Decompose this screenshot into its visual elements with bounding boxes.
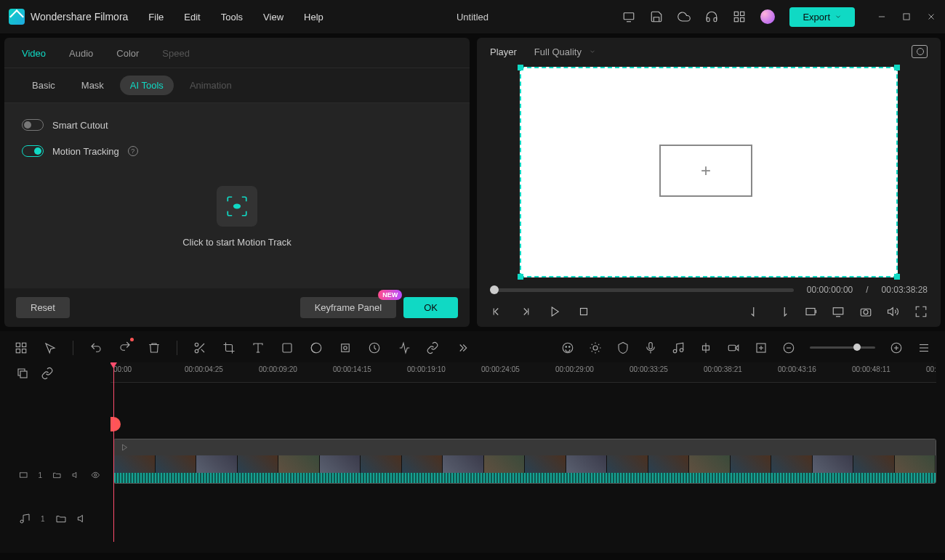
menu-file[interactable]: File xyxy=(148,12,164,23)
close-icon[interactable] xyxy=(926,12,936,22)
video-track-header[interactable]: 1 xyxy=(9,453,110,497)
audio-track-lane[interactable] xyxy=(113,490,936,519)
export-label: Export xyxy=(803,12,830,23)
visibility-icon[interactable] xyxy=(91,469,100,481)
cursor-icon[interactable] xyxy=(44,341,57,354)
smart-cutout-label: Smart Cutout xyxy=(52,120,108,131)
minimize-icon[interactable] xyxy=(877,12,887,22)
audio-mix-icon[interactable] xyxy=(672,341,685,354)
timeline-ruler[interactable]: 00:00 00:00:04:25 00:00:09:20 00:00:14:1… xyxy=(110,362,936,383)
layout-icon[interactable] xyxy=(15,341,28,354)
next-frame-icon[interactable] xyxy=(519,305,532,318)
play-icon[interactable] xyxy=(548,305,561,318)
frame-icon[interactable] xyxy=(281,341,294,354)
snapshot-icon[interactable] xyxy=(859,305,872,318)
list-view-icon[interactable] xyxy=(917,341,930,354)
device-icon[interactable] xyxy=(622,10,635,23)
menu-view[interactable]: View xyxy=(263,12,284,23)
redo-icon[interactable] xyxy=(118,340,132,353)
marker-icon[interactable] xyxy=(616,341,630,354)
speed-icon[interactable] xyxy=(368,341,381,354)
mute-icon[interactable] xyxy=(77,513,89,524)
enhance-icon[interactable] xyxy=(589,341,602,354)
volume-icon[interactable] xyxy=(887,305,900,318)
render-icon[interactable] xyxy=(755,341,768,354)
start-motion-track-button[interactable] xyxy=(217,186,257,227)
reset-button[interactable]: Reset xyxy=(16,297,70,318)
undo-icon[interactable] xyxy=(89,341,102,354)
clip-waveform xyxy=(114,473,936,483)
resize-handle-tr[interactable] xyxy=(894,65,900,70)
fullscreen-icon[interactable] xyxy=(914,305,928,318)
zoom-slider[interactable] xyxy=(810,346,875,349)
cut-icon[interactable] xyxy=(193,341,206,354)
link-icon[interactable] xyxy=(426,341,439,354)
player-tab[interactable]: Player xyxy=(490,46,517,57)
user-avatar[interactable] xyxy=(760,9,775,24)
save-icon[interactable] xyxy=(650,10,663,23)
resize-handle-bl[interactable] xyxy=(518,274,523,280)
record-icon[interactable] xyxy=(727,341,740,354)
smart-cutout-row: Smart Cutout xyxy=(22,112,452,138)
tab-color[interactable]: Color xyxy=(116,48,139,68)
voice-icon[interactable] xyxy=(644,341,657,354)
display-icon[interactable] xyxy=(832,305,845,318)
motion-tracking-toggle[interactable] xyxy=(22,145,44,157)
ruler-mark: 00:00:04:25 xyxy=(185,365,223,373)
zoom-out-icon[interactable] xyxy=(782,341,795,354)
ai-portrait-icon[interactable] xyxy=(561,341,574,354)
headphones-icon[interactable] xyxy=(705,10,718,23)
keyframe-panel-button[interactable]: Keyframe Panel xyxy=(300,297,397,318)
motion-icon[interactable] xyxy=(339,341,352,354)
preview-area[interactable]: + xyxy=(477,65,941,279)
folder-icon[interactable] xyxy=(52,469,62,481)
align-icon[interactable] xyxy=(699,341,712,354)
timeline-marker[interactable] xyxy=(110,417,121,431)
delete-icon[interactable] xyxy=(148,341,161,354)
keyframe-extra-icon[interactable] xyxy=(397,341,410,354)
quality-select[interactable]: Full Quality xyxy=(534,46,596,57)
smart-cutout-toggle[interactable] xyxy=(22,119,44,131)
info-icon[interactable]: ? xyxy=(128,146,138,156)
folder-icon[interactable] xyxy=(55,513,67,524)
apps-icon[interactable] xyxy=(733,10,746,23)
timeline-toolbar xyxy=(9,336,936,360)
tab-audio[interactable]: Audio xyxy=(69,48,93,68)
snapshot-button-top[interactable] xyxy=(912,45,928,58)
audio-track-header[interactable]: 1 xyxy=(9,497,110,540)
subtab-ai-tools[interactable]: AI Tools xyxy=(120,76,174,95)
color-icon[interactable] xyxy=(310,341,323,354)
text-icon[interactable] xyxy=(252,341,265,354)
resize-handle-tl[interactable] xyxy=(518,65,523,70)
subtab-mask[interactable]: Mask xyxy=(71,76,114,95)
ok-button[interactable]: OK xyxy=(403,297,458,318)
video-clip[interactable] xyxy=(113,439,936,484)
quality-label: Full Quality xyxy=(534,46,582,57)
menu-help[interactable]: Help xyxy=(304,12,323,23)
mute-icon[interactable] xyxy=(72,469,81,481)
menu-edit[interactable]: Edit xyxy=(184,12,200,23)
menu-tools[interactable]: Tools xyxy=(221,12,243,23)
duplicate-icon[interactable] xyxy=(16,367,29,380)
zoom-in-icon[interactable] xyxy=(890,341,903,354)
ratio-icon[interactable] xyxy=(804,305,817,318)
mark-out-icon[interactable] xyxy=(776,305,789,318)
more-icon[interactable] xyxy=(455,341,468,354)
export-button[interactable]: Export xyxy=(789,7,855,27)
maximize-icon[interactable] xyxy=(901,12,912,22)
cloud-icon[interactable] xyxy=(677,10,691,23)
crop-icon[interactable] xyxy=(222,341,236,354)
svg-point-37 xyxy=(566,346,567,347)
stop-icon[interactable] xyxy=(577,305,590,318)
preview-canvas[interactable]: + xyxy=(520,67,898,277)
chain-icon[interactable] xyxy=(41,367,54,380)
tab-video[interactable]: Video xyxy=(22,48,46,68)
mark-in-icon[interactable] xyxy=(749,305,762,318)
resize-handle-br[interactable] xyxy=(894,274,900,280)
playhead[interactable] xyxy=(113,362,114,542)
timeline-tracks[interactable]: 00:00 00:00:04:25 00:00:09:20 00:00:14:1… xyxy=(110,362,936,543)
motion-track-target[interactable]: + xyxy=(659,145,752,197)
prev-frame-icon[interactable] xyxy=(490,305,503,318)
player-progress-bar[interactable] xyxy=(490,288,794,292)
subtab-basic[interactable]: Basic xyxy=(22,76,65,95)
